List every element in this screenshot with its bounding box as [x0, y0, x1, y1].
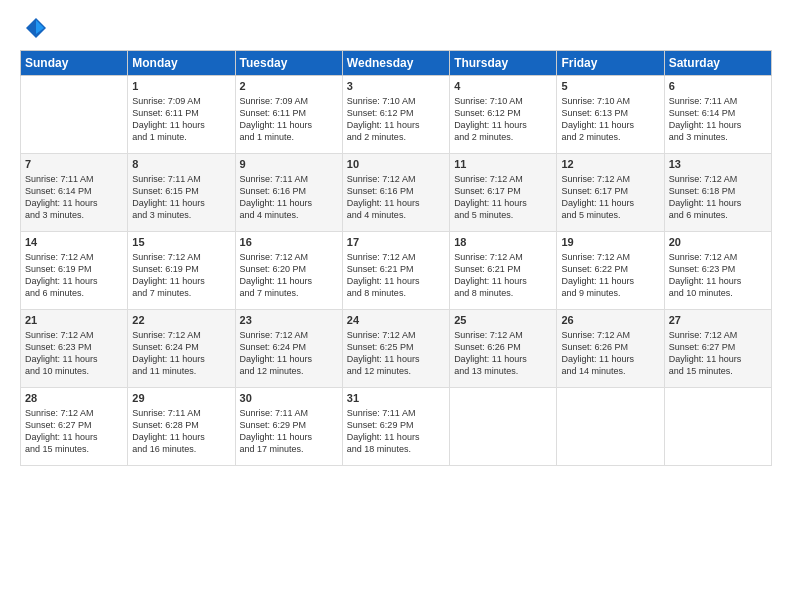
- day-info: and 13 minutes.: [454, 365, 552, 377]
- logo-icon: [24, 16, 48, 40]
- day-info: and 2 minutes.: [454, 131, 552, 143]
- day-info: Sunrise: 7:12 AM: [240, 329, 338, 341]
- calendar-cell: 12Sunrise: 7:12 AMSunset: 6:17 PMDayligh…: [557, 154, 664, 232]
- day-info: Sunset: 6:11 PM: [132, 107, 230, 119]
- day-info: and 6 minutes.: [25, 287, 123, 299]
- day-info: and 18 minutes.: [347, 443, 445, 455]
- day-info: and 17 minutes.: [240, 443, 338, 455]
- day-info: Daylight: 11 hours: [454, 197, 552, 209]
- calendar-cell: 3Sunrise: 7:10 AMSunset: 6:12 PMDaylight…: [342, 76, 449, 154]
- day-info: Sunset: 6:17 PM: [454, 185, 552, 197]
- day-info: Sunrise: 7:11 AM: [669, 95, 767, 107]
- day-info: Daylight: 11 hours: [25, 275, 123, 287]
- day-info: Sunset: 6:19 PM: [132, 263, 230, 275]
- day-info: Sunrise: 7:12 AM: [25, 407, 123, 419]
- day-info: Sunrise: 7:11 AM: [25, 173, 123, 185]
- day-info: and 3 minutes.: [25, 209, 123, 221]
- day-info: and 10 minutes.: [669, 287, 767, 299]
- calendar-cell: 4Sunrise: 7:10 AMSunset: 6:12 PMDaylight…: [450, 76, 557, 154]
- week-row: 21Sunrise: 7:12 AMSunset: 6:23 PMDayligh…: [21, 310, 772, 388]
- day-info: Daylight: 11 hours: [669, 275, 767, 287]
- day-info: and 7 minutes.: [240, 287, 338, 299]
- day-info: Daylight: 11 hours: [347, 353, 445, 365]
- day-info: Sunrise: 7:11 AM: [347, 407, 445, 419]
- day-info: Sunrise: 7:11 AM: [132, 407, 230, 419]
- day-info: Sunrise: 7:12 AM: [561, 329, 659, 341]
- day-info: Sunset: 6:14 PM: [669, 107, 767, 119]
- day-number: 22: [132, 313, 230, 328]
- day-info: Daylight: 11 hours: [347, 119, 445, 131]
- day-info: Sunrise: 7:12 AM: [25, 251, 123, 263]
- day-info: Sunset: 6:27 PM: [25, 419, 123, 431]
- day-info: Sunrise: 7:12 AM: [669, 173, 767, 185]
- day-info: and 11 minutes.: [132, 365, 230, 377]
- day-number: 24: [347, 313, 445, 328]
- col-header-sunday: Sunday: [21, 51, 128, 76]
- day-info: Daylight: 11 hours: [132, 431, 230, 443]
- col-header-monday: Monday: [128, 51, 235, 76]
- calendar-cell: 22Sunrise: 7:12 AMSunset: 6:24 PMDayligh…: [128, 310, 235, 388]
- day-info: Daylight: 11 hours: [454, 353, 552, 365]
- day-info: and 10 minutes.: [25, 365, 123, 377]
- day-info: Daylight: 11 hours: [25, 197, 123, 209]
- day-number: 4: [454, 79, 552, 94]
- day-info: Sunset: 6:15 PM: [132, 185, 230, 197]
- calendar-cell: 1Sunrise: 7:09 AMSunset: 6:11 PMDaylight…: [128, 76, 235, 154]
- calendar-cell: 8Sunrise: 7:11 AMSunset: 6:15 PMDaylight…: [128, 154, 235, 232]
- logo: [20, 16, 48, 40]
- week-row: 14Sunrise: 7:12 AMSunset: 6:19 PMDayligh…: [21, 232, 772, 310]
- day-info: Sunset: 6:17 PM: [561, 185, 659, 197]
- col-header-saturday: Saturday: [664, 51, 771, 76]
- day-info: Sunset: 6:23 PM: [25, 341, 123, 353]
- day-info: Sunrise: 7:12 AM: [561, 173, 659, 185]
- day-info: Sunset: 6:29 PM: [347, 419, 445, 431]
- day-number: 25: [454, 313, 552, 328]
- calendar-cell: 25Sunrise: 7:12 AMSunset: 6:26 PMDayligh…: [450, 310, 557, 388]
- calendar-cell: 19Sunrise: 7:12 AMSunset: 6:22 PMDayligh…: [557, 232, 664, 310]
- day-number: 3: [347, 79, 445, 94]
- calendar-cell: 24Sunrise: 7:12 AMSunset: 6:25 PMDayligh…: [342, 310, 449, 388]
- col-header-tuesday: Tuesday: [235, 51, 342, 76]
- day-info: and 12 minutes.: [240, 365, 338, 377]
- day-info: Sunrise: 7:09 AM: [240, 95, 338, 107]
- day-info: Sunset: 6:20 PM: [240, 263, 338, 275]
- day-info: Daylight: 11 hours: [240, 275, 338, 287]
- week-row: 28Sunrise: 7:12 AMSunset: 6:27 PMDayligh…: [21, 388, 772, 466]
- day-info: and 14 minutes.: [561, 365, 659, 377]
- calendar-cell: 10Sunrise: 7:12 AMSunset: 6:16 PMDayligh…: [342, 154, 449, 232]
- day-info: and 1 minute.: [132, 131, 230, 143]
- day-number: 19: [561, 235, 659, 250]
- week-row: 7Sunrise: 7:11 AMSunset: 6:14 PMDaylight…: [21, 154, 772, 232]
- day-info: and 6 minutes.: [669, 209, 767, 221]
- day-info: and 9 minutes.: [561, 287, 659, 299]
- day-number: 30: [240, 391, 338, 406]
- calendar-page: SundayMondayTuesdayWednesdayThursdayFrid…: [0, 0, 792, 612]
- day-info: Sunset: 6:29 PM: [240, 419, 338, 431]
- day-info: and 5 minutes.: [454, 209, 552, 221]
- day-info: Sunrise: 7:12 AM: [240, 251, 338, 263]
- day-number: 18: [454, 235, 552, 250]
- day-info: and 2 minutes.: [561, 131, 659, 143]
- day-info: Sunset: 6:28 PM: [132, 419, 230, 431]
- day-info: Sunset: 6:16 PM: [347, 185, 445, 197]
- calendar-cell: 14Sunrise: 7:12 AMSunset: 6:19 PMDayligh…: [21, 232, 128, 310]
- day-info: Daylight: 11 hours: [240, 197, 338, 209]
- day-number: 14: [25, 235, 123, 250]
- calendar-cell: 11Sunrise: 7:12 AMSunset: 6:17 PMDayligh…: [450, 154, 557, 232]
- day-info: Daylight: 11 hours: [25, 431, 123, 443]
- day-info: Sunset: 6:24 PM: [132, 341, 230, 353]
- day-info: and 1 minute.: [240, 131, 338, 143]
- calendar-cell: 23Sunrise: 7:12 AMSunset: 6:24 PMDayligh…: [235, 310, 342, 388]
- day-info: Daylight: 11 hours: [132, 197, 230, 209]
- day-info: Daylight: 11 hours: [454, 119, 552, 131]
- col-header-thursday: Thursday: [450, 51, 557, 76]
- day-info: and 15 minutes.: [25, 443, 123, 455]
- day-info: Sunrise: 7:12 AM: [669, 329, 767, 341]
- day-info: and 4 minutes.: [240, 209, 338, 221]
- day-info: Sunrise: 7:12 AM: [454, 251, 552, 263]
- day-number: 21: [25, 313, 123, 328]
- day-number: 10: [347, 157, 445, 172]
- day-number: 9: [240, 157, 338, 172]
- calendar-cell: 16Sunrise: 7:12 AMSunset: 6:20 PMDayligh…: [235, 232, 342, 310]
- day-info: Daylight: 11 hours: [347, 275, 445, 287]
